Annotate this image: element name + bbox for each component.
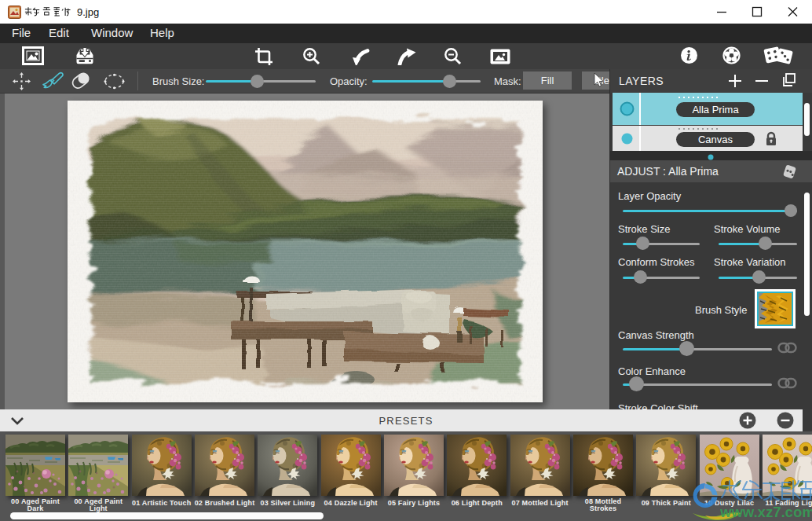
svg-text:www.xz7.com: www.xz7.com xyxy=(719,504,812,520)
